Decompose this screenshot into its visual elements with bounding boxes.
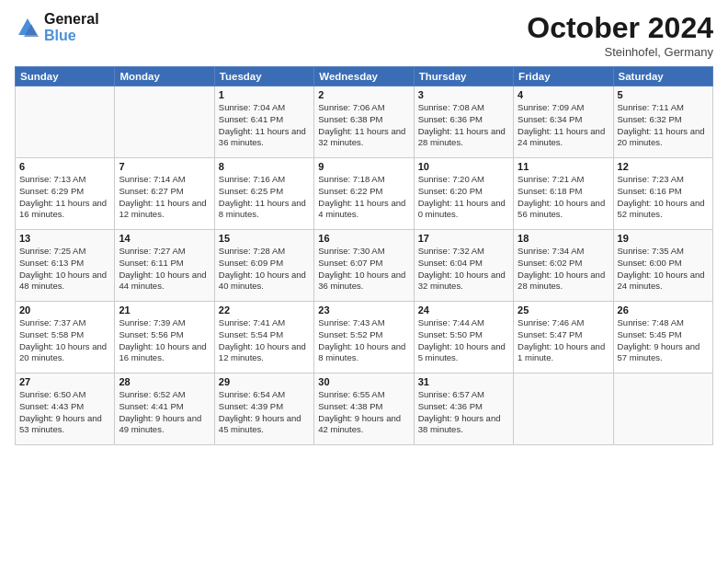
day-info: Sunrise: 6:55 AMSunset: 4:38 PMDaylight:… [318, 389, 409, 436]
col-friday: Friday [514, 67, 613, 86]
day-number: 30 [318, 376, 409, 387]
cell-w0-d3: 2Sunrise: 7:06 AMSunset: 6:38 PMDaylight… [314, 86, 414, 158]
day-number: 26 [618, 304, 709, 316]
cell-w4-d6 [613, 373, 712, 445]
day-info: Sunrise: 6:50 AMSunset: 4:43 PMDaylight:… [19, 389, 110, 436]
day-info: Sunrise: 7:30 AMSunset: 6:07 PMDaylight:… [318, 246, 409, 293]
day-info: Sunrise: 7:11 AMSunset: 6:32 PMDaylight:… [618, 102, 709, 149]
day-info: Sunrise: 7:25 AMSunset: 6:13 PMDaylight:… [19, 246, 110, 293]
day-info: Sunrise: 7:34 AMSunset: 6:02 PMDaylight:… [518, 246, 609, 293]
day-number: 12 [618, 161, 709, 172]
day-info: Sunrise: 7:09 AMSunset: 6:34 PMDaylight:… [518, 102, 609, 149]
day-number: 13 [19, 233, 110, 244]
day-number: 23 [318, 304, 409, 316]
cell-w0-d4: 3Sunrise: 7:08 AMSunset: 6:36 PMDaylight… [414, 86, 513, 158]
cell-w0-d0 [16, 86, 115, 158]
day-number: 9 [318, 161, 409, 172]
cell-w4-d4: 31Sunrise: 6:57 AMSunset: 4:36 PMDayligh… [414, 373, 513, 445]
day-info: Sunrise: 7:39 AMSunset: 5:56 PMDaylight:… [119, 317, 210, 364]
cell-w2-d0: 13Sunrise: 7:25 AMSunset: 6:13 PMDayligh… [16, 230, 115, 302]
cell-w0-d5: 4Sunrise: 7:09 AMSunset: 6:34 PMDaylight… [514, 86, 613, 158]
cell-w3-d0: 20Sunrise: 7:37 AMSunset: 5:58 PMDayligh… [16, 302, 115, 373]
cell-w1-d5: 11Sunrise: 7:21 AMSunset: 6:18 PMDayligh… [514, 158, 613, 230]
logo: General Blue [15, 11, 99, 44]
day-info: Sunrise: 7:13 AMSunset: 6:29 PMDaylight:… [19, 174, 110, 221]
col-monday: Monday [115, 67, 214, 86]
day-number: 4 [518, 89, 609, 100]
calendar-table: Sunday Monday Tuesday Wednesday Thursday… [15, 66, 713, 445]
day-info: Sunrise: 7:20 AMSunset: 6:20 PMDaylight:… [418, 174, 509, 221]
day-number: 11 [518, 161, 609, 172]
day-info: Sunrise: 7:21 AMSunset: 6:18 PMDaylight:… [518, 174, 609, 221]
day-number: 18 [518, 233, 609, 244]
col-saturday: Saturday [613, 67, 712, 86]
cell-w1-d1: 7Sunrise: 7:14 AMSunset: 6:27 PMDaylight… [115, 158, 214, 230]
day-number: 3 [418, 89, 509, 100]
day-info: Sunrise: 7:23 AMSunset: 6:16 PMDaylight:… [618, 174, 709, 221]
day-number: 15 [219, 233, 310, 244]
day-info: Sunrise: 7:06 AMSunset: 6:38 PMDaylight:… [318, 102, 409, 149]
cell-w2-d6: 19Sunrise: 7:35 AMSunset: 6:00 PMDayligh… [613, 230, 712, 302]
cell-w1-d0: 6Sunrise: 7:13 AMSunset: 6:29 PMDaylight… [16, 158, 115, 230]
col-sunday: Sunday [16, 67, 115, 86]
day-info: Sunrise: 7:18 AMSunset: 6:22 PMDaylight:… [318, 174, 409, 221]
week-row-5: 27Sunrise: 6:50 AMSunset: 4:43 PMDayligh… [16, 373, 713, 445]
day-number: 5 [618, 89, 709, 100]
cell-w2-d1: 14Sunrise: 7:27 AMSunset: 6:11 PMDayligh… [115, 230, 214, 302]
day-info: Sunrise: 7:37 AMSunset: 5:58 PMDaylight:… [19, 317, 110, 364]
cell-w1-d2: 8Sunrise: 7:16 AMSunset: 6:25 PMDaylight… [214, 158, 313, 230]
col-tuesday: Tuesday [214, 67, 313, 86]
cell-w4-d0: 27Sunrise: 6:50 AMSunset: 4:43 PMDayligh… [16, 373, 115, 445]
cell-w0-d2: 1Sunrise: 7:04 AMSunset: 6:41 PMDaylight… [214, 86, 313, 158]
day-number: 29 [219, 376, 310, 387]
logo-icon [15, 15, 40, 40]
day-number: 21 [119, 304, 210, 316]
day-info: Sunrise: 7:08 AMSunset: 6:36 PMDaylight:… [418, 102, 509, 149]
page: General Blue October 2024 Steinhofel, Ge… [0, 0, 728, 563]
day-info: Sunrise: 7:27 AMSunset: 6:11 PMDaylight:… [119, 246, 210, 293]
day-number: 8 [219, 161, 310, 172]
cell-w2-d5: 18Sunrise: 7:34 AMSunset: 6:02 PMDayligh… [514, 230, 613, 302]
week-row-3: 13Sunrise: 7:25 AMSunset: 6:13 PMDayligh… [16, 230, 713, 302]
day-info: Sunrise: 7:41 AMSunset: 5:54 PMDaylight:… [219, 317, 310, 364]
day-info: Sunrise: 7:14 AMSunset: 6:27 PMDaylight:… [119, 174, 210, 221]
day-info: Sunrise: 7:04 AMSunset: 6:41 PMDaylight:… [219, 102, 310, 149]
day-number: 27 [19, 376, 110, 387]
cell-w2-d3: 16Sunrise: 7:30 AMSunset: 6:07 PMDayligh… [314, 230, 414, 302]
cell-w3-d5: 25Sunrise: 7:46 AMSunset: 5:47 PMDayligh… [514, 302, 613, 373]
col-thursday: Thursday [414, 67, 513, 86]
day-info: Sunrise: 7:35 AMSunset: 6:00 PMDaylight:… [618, 246, 709, 293]
cell-w1-d3: 9Sunrise: 7:18 AMSunset: 6:22 PMDaylight… [314, 158, 414, 230]
week-row-1: 1Sunrise: 7:04 AMSunset: 6:41 PMDaylight… [16, 86, 713, 158]
cell-w4-d3: 30Sunrise: 6:55 AMSunset: 4:38 PMDayligh… [314, 373, 414, 445]
cell-w4-d2: 29Sunrise: 6:54 AMSunset: 4:39 PMDayligh… [214, 373, 313, 445]
logo-text: General Blue [44, 11, 99, 44]
day-info: Sunrise: 7:28 AMSunset: 6:09 PMDaylight:… [219, 246, 310, 293]
day-number: 14 [119, 233, 210, 244]
cell-w1-d4: 10Sunrise: 7:20 AMSunset: 6:20 PMDayligh… [414, 158, 513, 230]
day-number: 24 [418, 304, 509, 316]
cell-w1-d6: 12Sunrise: 7:23 AMSunset: 6:16 PMDayligh… [613, 158, 712, 230]
day-number: 16 [318, 233, 409, 244]
cell-w3-d4: 24Sunrise: 7:44 AMSunset: 5:50 PMDayligh… [414, 302, 513, 373]
week-row-4: 20Sunrise: 7:37 AMSunset: 5:58 PMDayligh… [16, 302, 713, 373]
day-info: Sunrise: 7:48 AMSunset: 5:45 PMDaylight:… [618, 317, 709, 364]
week-row-2: 6Sunrise: 7:13 AMSunset: 6:29 PMDaylight… [16, 158, 713, 230]
cell-w3-d1: 21Sunrise: 7:39 AMSunset: 5:56 PMDayligh… [115, 302, 214, 373]
day-number: 7 [119, 161, 210, 172]
day-number: 6 [19, 161, 110, 172]
title-block: October 2024 Steinhofel, Germany [527, 11, 713, 59]
day-number: 17 [418, 233, 509, 244]
cell-w2-d4: 17Sunrise: 7:32 AMSunset: 6:04 PMDayligh… [414, 230, 513, 302]
day-number: 19 [618, 233, 709, 244]
cell-w0-d1 [115, 86, 214, 158]
day-number: 25 [518, 304, 609, 316]
day-info: Sunrise: 7:16 AMSunset: 6:25 PMDaylight:… [219, 174, 310, 221]
day-info: Sunrise: 6:57 AMSunset: 4:36 PMDaylight:… [418, 389, 509, 436]
day-number: 1 [219, 89, 310, 100]
month-title: October 2024 [527, 11, 713, 45]
day-number: 2 [318, 89, 409, 100]
day-info: Sunrise: 6:54 AMSunset: 4:39 PMDaylight:… [219, 389, 310, 436]
cell-w2-d2: 15Sunrise: 7:28 AMSunset: 6:09 PMDayligh… [214, 230, 313, 302]
day-info: Sunrise: 7:32 AMSunset: 6:04 PMDaylight:… [418, 246, 509, 293]
